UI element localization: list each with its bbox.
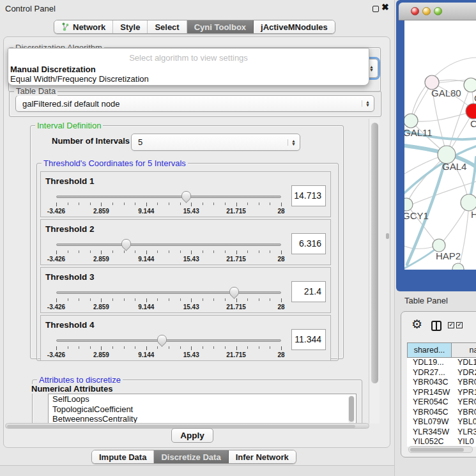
slider-tick (225, 298, 226, 301)
float-window-button[interactable] (372, 6, 379, 12)
threshold-label: Threshold 4 (45, 320, 95, 330)
slider-tick (203, 203, 203, 205)
attribute-list-item[interactable]: BetweennessCentrality (49, 414, 356, 424)
slider-track[interactable] (56, 243, 281, 246)
threshold-value-field[interactable]: 21.4 (291, 281, 326, 302)
slider-track[interactable] (56, 339, 281, 342)
network-canvas[interactable]: GAL80GACGAL11GAL4GCY1HHAP2 (404, 20, 476, 270)
table-row[interactable]: YDR27...YDR2 (407, 368, 476, 378)
slider-tick (191, 346, 192, 350)
table-cell: YLR3 (452, 427, 476, 438)
close-window-icon[interactable] (411, 7, 419, 15)
threshold-slider[interactable]: -3.4262.8599.14415.4321.71528 (55, 287, 282, 311)
slider-tick-label: 9.144 (138, 208, 154, 215)
slider-tick (203, 250, 203, 253)
table-row[interactable]: YDL19...YDL1 (407, 358, 476, 368)
network-node-ga[interactable] (464, 78, 476, 92)
close-panel-button[interactable]: ✖ (381, 2, 389, 12)
table-cell: YDR2 (452, 368, 476, 378)
numerical-attributes-label: Numerical Attributes (29, 384, 114, 394)
tab-cyni-toolbox[interactable]: Cyni Toolbox (187, 20, 254, 33)
table-horizontal-scrollbar[interactable] (408, 446, 473, 453)
network-node[interactable] (452, 263, 464, 270)
slider-thumb[interactable] (181, 191, 191, 199)
slider-thumb[interactable] (229, 287, 239, 295)
slider-tick-label: 28 (277, 256, 284, 263)
checkbox-icon[interactable]: ✓ (448, 322, 454, 328)
slider-tick (135, 203, 135, 205)
number-of-intervals-label: Number of Intervals (52, 136, 130, 146)
table-data-group-title: Table Data (14, 86, 58, 96)
settings-vertical-scrollbar[interactable] (369, 119, 380, 424)
list-scrollbar[interactable] (348, 395, 355, 424)
minimize-window-icon[interactable] (422, 7, 431, 15)
threshold-value-field[interactable]: 6.316 (291, 233, 326, 254)
scrollbar-thumb[interactable] (371, 123, 378, 383)
slider-tick (112, 346, 113, 349)
table-data-combobox[interactable]: galFiltered.sif default node ▲▼ (15, 95, 374, 112)
table-row[interactable]: YBL079WYBL0 (407, 417, 476, 427)
attribute-list-item[interactable]: SelfLoops (49, 394, 356, 404)
table-data-combobox-value: galFiltered.sif default node (22, 99, 119, 109)
network-node-gcy1[interactable] (404, 198, 413, 211)
table-column-header[interactable]: na (452, 342, 476, 358)
popup-option-equal-width-frequency[interactable]: Equal Width/Frequency Discretization (10, 74, 149, 84)
tab-jactivemnodules[interactable]: jActiveMNodules (254, 20, 335, 33)
tab-network[interactable]: Network (54, 20, 113, 33)
threshold-label: Threshold 1 (45, 176, 95, 186)
slider-tick (169, 203, 169, 205)
slider-thumb[interactable] (157, 335, 167, 342)
table-column-header[interactable]: shared... (407, 342, 452, 358)
slider-tick (79, 298, 79, 301)
tab-select[interactable]: Select (148, 20, 187, 33)
slider-tick-label: 15.43 (183, 303, 199, 311)
slider-tick (180, 203, 181, 205)
tab-infer-network[interactable]: Infer Network (229, 450, 296, 463)
threshold-value-field[interactable]: 14.713 (291, 185, 326, 206)
slider-track[interactable] (56, 196, 281, 198)
slider-tick-label: 15.43 (183, 208, 199, 215)
pane-resize-handle[interactable] (386, 233, 389, 239)
number-of-intervals-combobox[interactable]: 5 ▲▼ (131, 134, 300, 151)
network-node-hap2[interactable] (433, 239, 445, 252)
tab-style[interactable]: Style (113, 20, 148, 33)
checkbox-icon[interactable]: ✓ (456, 322, 463, 328)
threshold-value-field[interactable]: 11.344 (291, 329, 326, 350)
network-node-label: GCY1 (404, 210, 429, 221)
table-row[interactable]: YBR043CYBR0 (407, 378, 476, 388)
combo-arrows-icon: ▲▼ (288, 139, 296, 146)
popup-option-manual-discretization[interactable]: Manual Discretization (10, 65, 96, 74)
slider-thumb[interactable] (121, 239, 131, 247)
attribute-list-item[interactable]: TopologicalCoefficient (49, 404, 356, 415)
table-row[interactable]: YPR145WYPR1 (407, 388, 476, 398)
threshold-slider[interactable]: -3.4262.8599.14415.4321.71528 (55, 191, 282, 215)
slider-tick (203, 298, 203, 301)
slider-tick (281, 250, 282, 254)
network-node-c[interactable] (466, 104, 476, 119)
slider-tick (68, 250, 68, 253)
threshold-slider[interactable]: -3.4262.8599.14415.4321.71528 (55, 239, 282, 263)
table-row[interactable]: YIL052CYIL0 (407, 437, 476, 447)
table-row[interactable]: YER054CYER0 (407, 397, 476, 408)
slider-track[interactable] (56, 291, 281, 294)
slider-tick (259, 203, 259, 205)
slider-tick-label: 2.859 (93, 256, 109, 263)
numerical-attributes-list[interactable]: SelfLoopsTopologicalCoefficientBetweenne… (48, 394, 357, 424)
threshold-slider[interactable]: -3.4262.8599.14415.4321.71528 (55, 335, 282, 359)
slider-tick (146, 203, 147, 206)
zoom-window-icon[interactable] (434, 7, 442, 15)
table-cell: YBL079W (407, 417, 452, 427)
apply-button[interactable]: Apply (171, 428, 213, 443)
tab-discretize-data[interactable]: Discretize Data (154, 450, 228, 463)
slider-tick (259, 346, 259, 349)
table-row[interactable]: YLR345WYLR3 (407, 427, 476, 438)
gear-icon[interactable]: ⚙ (411, 318, 422, 330)
slider-tick (236, 298, 237, 302)
network-edge[interactable] (411, 112, 472, 121)
slider-tick (124, 203, 125, 205)
network-node-gal11[interactable] (404, 114, 418, 128)
column-layout-icon[interactable] (431, 321, 441, 331)
table-row[interactable]: YBR045CYBR0 (407, 408, 476, 418)
slider-tick (180, 346, 181, 349)
tab-impute-data[interactable]: Impute Data (92, 450, 154, 463)
